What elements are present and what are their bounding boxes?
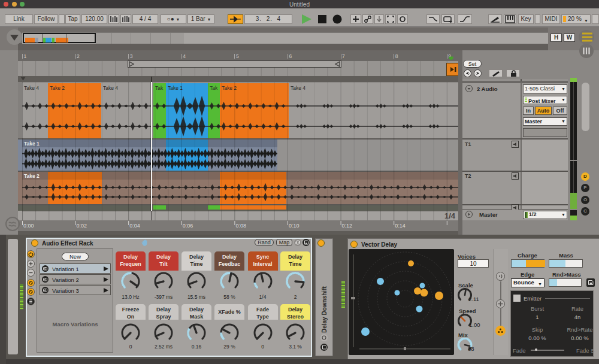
svg-text:Delay Downshift: Delay Downshift	[321, 286, 328, 333]
